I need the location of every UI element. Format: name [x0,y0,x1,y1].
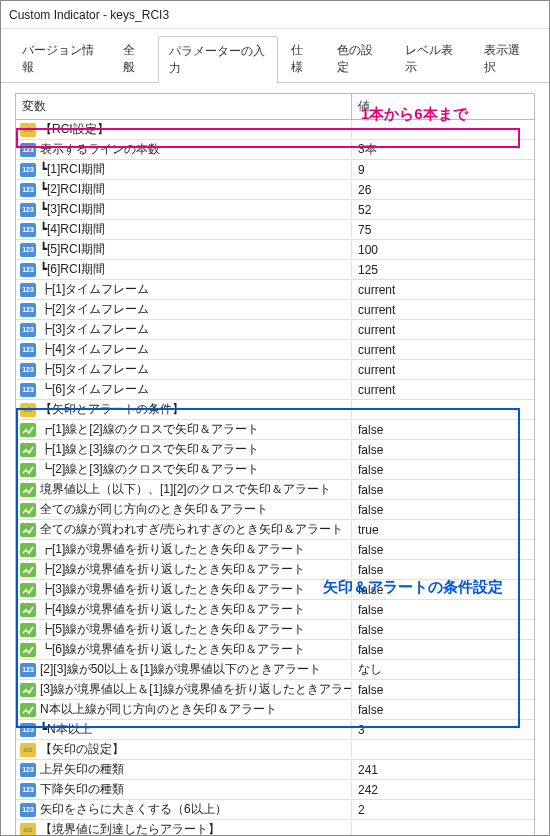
table-row[interactable]: 全ての線が買われすぎ/売られすぎのとき矢印＆アラートtrue [16,520,534,540]
table-row[interactable]: 123┗[4]RCI期間75 [16,220,534,240]
table-row[interactable]: 123┣[1]タイムフレームcurrent [16,280,534,300]
table-row[interactable]: ┗[6]線が境界値を折り返したとき矢印＆アラートfalse [16,640,534,660]
cell-value[interactable]: 125 [352,263,534,277]
tab-3[interactable]: 仕様 [280,35,324,82]
cell-value[interactable]: 3 [352,723,534,737]
cell-value[interactable]: current [352,323,534,337]
table-row[interactable]: 123┗[1]RCI期間9 [16,160,534,180]
cell-value[interactable]: false [352,703,534,717]
cell-value[interactable]: current [352,363,534,377]
cell-variable: 123┗[2]RCI期間 [16,181,352,198]
cell-value[interactable]: なし [352,661,534,678]
table-row[interactable]: ab【矢印の設定】 [16,740,534,760]
cell-value[interactable]: 9 [352,163,534,177]
window-title: Custom Indicator - keys_RCI3 [9,8,169,22]
table-row[interactable]: ┣[1]線と[3]線のクロスで矢印＆アラートfalse [16,440,534,460]
table-row[interactable]: 全ての線が同じ方向のとき矢印＆アラートfalse [16,500,534,520]
tab-2[interactable]: パラメーターの入力 [158,36,279,83]
integer-type-icon: 123 [20,783,36,797]
table-row[interactable]: ab【境界値に到達したらアラート】 [16,820,534,835]
table-row[interactable]: ┣[3]線が境界値を折り返したとき矢印＆アラートfalse [16,580,534,600]
cell-value[interactable]: 100 [352,243,534,257]
integer-type-icon: 123 [20,283,36,297]
cell-value[interactable]: false [352,583,534,597]
cell-value[interactable]: false [352,463,534,477]
table-row[interactable]: 123下降矢印の種類242 [16,780,534,800]
variable-label: ┣[3]線が境界値を折り返したとき矢印＆アラート [40,581,305,598]
cell-value[interactable]: false [352,423,534,437]
tab-0[interactable]: バージョン情報 [11,35,110,82]
table-row[interactable]: ┗[2]線と[3]線のクロスで矢印＆アラートfalse [16,460,534,480]
variable-label: ┣[4]タイムフレーム [40,341,149,358]
table-row[interactable]: 123┣[3]タイムフレームcurrent [16,320,534,340]
bool-type-icon [20,703,36,717]
cell-variable: 123┣[1]タイムフレーム [16,281,352,298]
cell-value[interactable]: 2 [352,803,534,817]
table-row[interactable]: ┏[1]線が境界値を折り返したとき矢印＆アラートfalse [16,540,534,560]
variable-label: [3]線が境界値以上＆[1]線が境界値を折り返したときアラート [40,681,352,698]
bool-type-icon [20,483,36,497]
table-row[interactable]: 123┗[5]RCI期間100 [16,240,534,260]
cell-value[interactable]: 52 [352,203,534,217]
cell-value[interactable]: false [352,543,534,557]
integer-type-icon: 123 [20,223,36,237]
table-row[interactable]: 123┣[5]タイムフレームcurrent [16,360,534,380]
table-row[interactable]: 123[2][3]線が50以上＆[1]線が境界値以下のときアラートなし [16,660,534,680]
table-row[interactable]: 123┣[4]タイムフレームcurrent [16,340,534,360]
cell-value[interactable]: true [352,523,534,537]
cell-value[interactable]: 3本 [352,141,534,158]
tab-4[interactable]: 色の設定 [326,35,392,82]
table-row[interactable]: ab【RCI設定】 [16,120,534,140]
table-row[interactable]: 123矢印をさらに大きくする（6以上）2 [16,800,534,820]
table-row[interactable]: 123┗[6]タイムフレームcurrent [16,380,534,400]
table-row[interactable]: 123上昇矢印の種類241 [16,760,534,780]
variable-label: 全ての線が買われすぎ/売られすぎのとき矢印＆アラート [40,521,343,538]
cell-variable: 123表示するラインの本数 [16,141,352,158]
cell-variable: [3]線が境界値以上＆[1]線が境界値を折り返したときアラート [16,681,352,698]
table-row[interactable]: N本以上線が同じ方向のとき矢印＆アラートfalse [16,700,534,720]
table-row[interactable]: 123┗[2]RCI期間26 [16,180,534,200]
cell-value[interactable]: false [352,483,534,497]
tab-6[interactable]: 表示選択 [473,35,539,82]
table-row[interactable]: 境界値以上（以下）、[1][2]のクロスで矢印＆アラートfalse [16,480,534,500]
cell-value[interactable]: current [352,283,534,297]
cell-value[interactable]: false [352,643,534,657]
cell-value[interactable]: current [352,383,534,397]
tab-1[interactable]: 全般 [112,35,156,82]
cell-value[interactable]: false [352,623,534,637]
table-row[interactable]: ┣[5]線が境界値を折り返したとき矢印＆アラートfalse [16,620,534,640]
cell-value[interactable]: 242 [352,783,534,797]
table-row[interactable]: ┏[1]線と[2]線のクロスで矢印＆アラートfalse [16,420,534,440]
bool-type-icon [20,683,36,697]
bool-type-icon [20,423,36,437]
cell-value[interactable]: false [352,603,534,617]
integer-type-icon: 123 [20,803,36,817]
cell-variable: ┗[2]線と[3]線のクロスで矢印＆アラート [16,461,352,478]
cell-variable: 123┗N本以上 [16,721,352,738]
grid-rows: ab【RCI設定】123表示するラインの本数3本123┗[1]RCI期間9123… [16,120,534,835]
table-row[interactable]: ┣[2]線が境界値を折り返したとき矢印＆アラートfalse [16,560,534,580]
cell-value[interactable]: false [352,563,534,577]
cell-value[interactable]: current [352,303,534,317]
table-row[interactable]: 123┗N本以上3 [16,720,534,740]
cell-value[interactable]: current [352,343,534,357]
table-row[interactable]: 123┗[6]RCI期間125 [16,260,534,280]
tab-5[interactable]: レベル表示 [394,35,471,82]
table-row[interactable]: 123表示するラインの本数3本 [16,140,534,160]
bool-type-icon [20,443,36,457]
table-row[interactable]: 123┣[2]タイムフレームcurrent [16,300,534,320]
cell-value[interactable]: 241 [352,763,534,777]
cell-value[interactable]: false [352,683,534,697]
variable-label: ┗[6]線が境界値を折り返したとき矢印＆アラート [40,641,305,658]
table-row[interactable]: ab【矢印とアラートの条件】 [16,400,534,420]
cell-value[interactable]: 75 [352,223,534,237]
table-row[interactable]: ┣[4]線が境界値を折り返したとき矢印＆アラートfalse [16,600,534,620]
integer-type-icon: 123 [20,243,36,257]
cell-value[interactable]: false [352,503,534,517]
variable-label: ┣[5]線が境界値を折り返したとき矢印＆アラート [40,621,305,638]
cell-variable: ┣[5]線が境界値を折り返したとき矢印＆アラート [16,621,352,638]
cell-value[interactable]: 26 [352,183,534,197]
cell-value[interactable]: false [352,443,534,457]
table-row[interactable]: [3]線が境界値以上＆[1]線が境界値を折り返したときアラートfalse [16,680,534,700]
table-row[interactable]: 123┗[3]RCI期間52 [16,200,534,220]
